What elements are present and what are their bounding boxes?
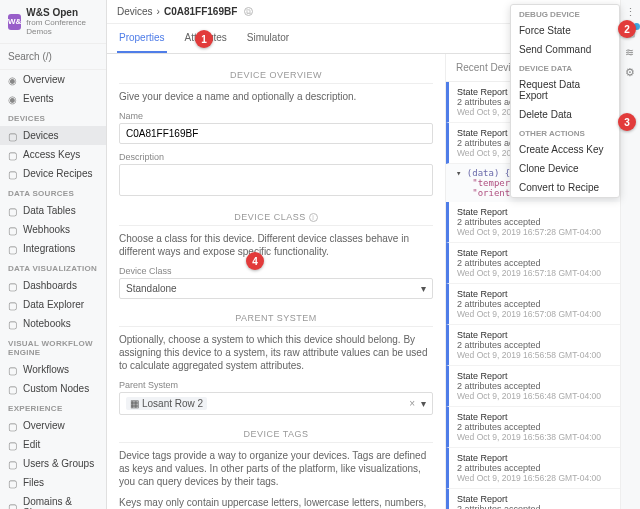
sidebar: W& W&S Open from Conference Demos ◉Overv…	[0, 0, 107, 509]
parent-select[interactable]: ▦Losant Row 2 ×▾	[119, 392, 433, 415]
menu-clone[interactable]: Clone Device	[511, 159, 619, 178]
section-parent: PARENT SYSTEM	[119, 307, 433, 327]
section-device-class: DEVICE CLASSi	[119, 206, 433, 226]
tab-properties[interactable]: Properties	[117, 24, 167, 53]
settings-icon[interactable]: ⚙	[625, 66, 637, 78]
state-item[interactable]: State Report2 attributes acceptedWed Oct…	[446, 407, 640, 448]
stream-icon[interactable]: ≋	[625, 46, 637, 58]
menu-section: DEBUG DEVICE	[511, 5, 619, 21]
org-switcher[interactable]: W& W&S Open from Conference Demos	[0, 0, 106, 44]
nav-icon: ▢	[8, 244, 18, 254]
name-label: Name	[119, 111, 433, 121]
nav-item[interactable]: ▢Dashboards	[0, 276, 106, 295]
nav-item[interactable]: ▢Integrations	[0, 239, 106, 258]
menu-section: DEVICE DATA	[511, 59, 619, 75]
copy-icon[interactable]: ⧉	[244, 7, 253, 16]
nav-item[interactable]: ▢Domains & Slugs	[0, 492, 106, 509]
menu-recipe[interactable]: Convert to Recipe	[511, 178, 619, 197]
state-item[interactable]: State Report2 attributes acceptedWed Oct…	[446, 243, 640, 284]
menu-request-export[interactable]: Request Data Export	[511, 75, 619, 105]
nav-icon: ▢	[8, 502, 18, 509]
deviceclass-desc: Choose a class for this device. Differen…	[119, 232, 433, 258]
nav-icon: ▢	[8, 365, 18, 375]
tags-desc2: Keys may only contain uppercase letters,…	[119, 496, 433, 509]
state-item[interactable]: State Report2 attributes acceptedWed Oct…	[446, 448, 640, 489]
menu-create-key[interactable]: Create Access Key	[511, 140, 619, 159]
nav-icon: ▢	[8, 459, 18, 469]
nav-item[interactable]: ▢Overview	[0, 416, 106, 435]
nav-item[interactable]: ▢Data Explorer	[0, 295, 106, 314]
nav-icon: ▢	[8, 131, 18, 141]
nav-section-label: DATA VISUALIZATION	[0, 258, 106, 276]
state-item[interactable]: State Report2 attributes acceptedWed Oct…	[446, 366, 640, 407]
nav-icon: ◉	[8, 75, 18, 85]
description-label: Description	[119, 152, 433, 162]
callout-1: 1	[195, 30, 213, 48]
nav-item[interactable]: ▢Users & Groups	[0, 454, 106, 473]
info-icon[interactable]: i	[309, 213, 318, 222]
nav-item[interactable]: ▢Devices	[0, 126, 106, 145]
nav-item[interactable]: ▢Webhooks	[0, 220, 106, 239]
nav-item[interactable]: ◉Events	[0, 89, 106, 108]
nav-icon: ▢	[8, 281, 18, 291]
description-input[interactable]	[119, 164, 433, 196]
breadcrumb-current: C0A81FF169BF	[164, 6, 237, 17]
nav-section-label: DEVICES	[0, 108, 106, 126]
nav-item[interactable]: ◉Overview	[0, 70, 106, 89]
nav-icon: ▢	[8, 169, 18, 179]
clear-icon[interactable]: ×	[409, 398, 415, 409]
state-item[interactable]: State Report2 attributes acceptedWed Oct…	[446, 489, 640, 509]
menu-icon[interactable]: ⋮	[625, 6, 637, 18]
nav-item[interactable]: ▢Notebooks	[0, 314, 106, 333]
nav-item[interactable]: ▢Edit	[0, 435, 106, 454]
chevron-down-icon: ▾	[421, 398, 426, 409]
nav-item[interactable]: ▢Data Tables	[0, 201, 106, 220]
nav-icon: ▢	[8, 300, 18, 310]
nav-item[interactable]: ▢Custom Nodes	[0, 379, 106, 398]
form-column: DEVICE OVERVIEW Give your device a name …	[107, 54, 446, 509]
right-rail: ⋮ ◫ ≋ ⚙	[620, 0, 640, 509]
nav-item[interactable]: ▢Files	[0, 473, 106, 492]
menu-force-state[interactable]: Force State	[511, 21, 619, 40]
nav-section-label: DATA SOURCES	[0, 183, 106, 201]
nav-icon: ◉	[8, 94, 18, 104]
menu-send-command[interactable]: Send Command	[511, 40, 619, 59]
parent-desc: Optionally, choose a system to which thi…	[119, 333, 433, 372]
debug-menu: DEBUG DEVICE Force State Send Command DE…	[510, 4, 620, 198]
device-icon: ▦	[130, 398, 139, 409]
section-overview: DEVICE OVERVIEW	[119, 64, 433, 84]
callout-3: 3	[618, 113, 636, 131]
org-sub: from Conference Demos	[26, 18, 98, 36]
nav-item[interactable]: ▢Workflows	[0, 360, 106, 379]
overview-desc: Give your device a name and optionally a…	[119, 90, 433, 103]
nav-icon: ▢	[8, 206, 18, 216]
org-name: W&S Open	[26, 7, 98, 18]
nav-icon: ▢	[8, 319, 18, 329]
nav-icon: ▢	[8, 421, 18, 431]
nav-item[interactable]: ▢Device Recipes	[0, 164, 106, 183]
breadcrumb-root[interactable]: Devices	[117, 6, 153, 17]
state-item[interactable]: State Report2 attributes acceptedWed Oct…	[446, 284, 640, 325]
menu-section: OTHER ACTIONS	[511, 124, 619, 140]
nav-icon: ▢	[8, 478, 18, 488]
parent-label: Parent System	[119, 380, 433, 390]
nav-icon: ▢	[8, 150, 18, 160]
deviceclass-select[interactable]: Standalone▾	[119, 278, 433, 299]
org-badge: W&	[8, 14, 21, 30]
chevron-down-icon: ▾	[421, 283, 426, 294]
menu-delete-data[interactable]: Delete Data	[511, 105, 619, 124]
nav-icon: ▢	[8, 225, 18, 235]
name-input[interactable]	[119, 123, 433, 144]
deviceclass-label: Device Class	[119, 266, 433, 276]
state-item[interactable]: State Report2 attributes acceptedWed Oct…	[446, 325, 640, 366]
nav-section-label: VISUAL WORKFLOW ENGINE	[0, 333, 106, 360]
section-tags: DEVICE TAGS	[119, 423, 433, 443]
nav-icon: ▢	[8, 384, 18, 394]
state-item[interactable]: State Report2 attributes acceptedWed Oct…	[446, 202, 640, 243]
callout-2: 2	[618, 20, 636, 38]
search-input[interactable]	[8, 48, 98, 65]
callout-4: 4	[246, 252, 264, 270]
nav-item[interactable]: ▢Access Keys	[0, 145, 106, 164]
nav-section-label: EXPERIENCE	[0, 398, 106, 416]
tab-simulator[interactable]: Simulator	[245, 24, 291, 53]
